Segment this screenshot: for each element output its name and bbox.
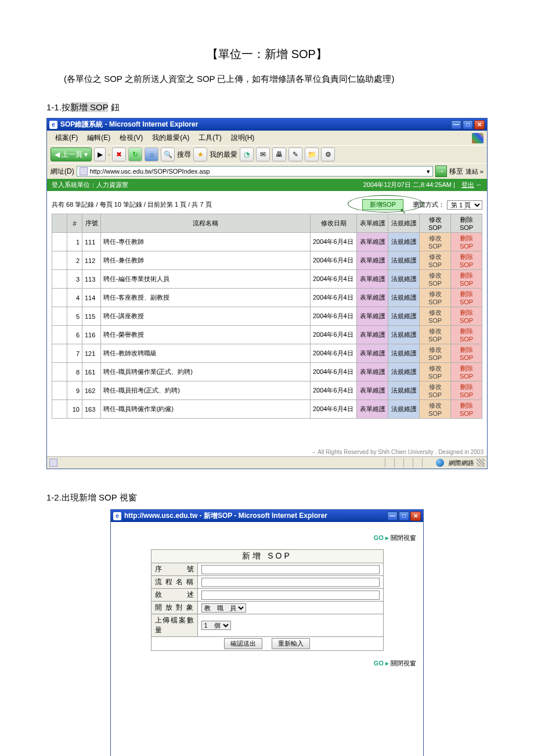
delete-sop-button[interactable]: 刪除SOP <box>451 326 482 344</box>
law-maint-button[interactable]: 法規維護 <box>388 400 420 419</box>
row-blank <box>52 363 67 381</box>
submit-button[interactable]: 確認送出 <box>224 638 262 649</box>
row-name: 聘任-職員招考(正式、約聘) <box>101 381 311 400</box>
law-maint-button[interactable]: 法規維護 <box>388 251 420 270</box>
label-target: 開 放 對 象 <box>151 602 197 614</box>
edit-sop-button[interactable]: 修改SOP <box>420 326 451 344</box>
delete-sop-button[interactable]: 刪除SOP <box>451 307 482 326</box>
links-label[interactable]: 連結 » <box>466 167 484 176</box>
back-button[interactable]: ◀ 上一頁 ▾ <box>50 147 92 161</box>
reset-button[interactable]: 重新輸入 <box>272 638 310 649</box>
edit-sop-button[interactable]: 修改SOP <box>420 270 451 289</box>
history-button[interactable]: ◔ <box>240 147 254 161</box>
print-button[interactable]: 🖶 <box>272 147 286 161</box>
edit-sop-button[interactable]: 修改SOP <box>420 400 451 419</box>
law-maint-button[interactable]: 法規維護 <box>388 344 420 363</box>
maximize-button[interactable]: □ <box>399 512 409 521</box>
table-row: 4114聘任-客座教授、副教授2004年6月4日表單維護法規維護修改SOP刪除S… <box>52 289 482 307</box>
address-input[interactable]: http://www.usc.edu.tw/SOP/SOPIndex.asp ▾ <box>77 166 433 177</box>
home-button[interactable]: ⌂ <box>145 147 158 161</box>
select-upload-count[interactable]: 1 個 <box>201 621 231 630</box>
delete-sop-button[interactable]: 刪除SOP <box>451 251 482 270</box>
stop-button[interactable]: ✖ <box>112 147 126 161</box>
logout-link[interactable]: 登出 <box>461 181 474 188</box>
form-maint-button[interactable]: 表單維護 <box>357 363 388 381</box>
law-maint-button[interactable]: 法規維護 <box>388 270 420 289</box>
menu-help[interactable]: 說明(H) <box>226 132 259 144</box>
row-index: 5 <box>67 307 82 326</box>
edit-sop-button[interactable]: 修改SOP <box>420 344 451 363</box>
page-select[interactable]: 第 1 頁 <box>447 200 482 210</box>
delete-sop-button[interactable]: 刪除SOP <box>451 270 482 289</box>
input-name[interactable] <box>201 578 380 587</box>
edit-sop-button[interactable]: 修改SOP <box>420 233 451 251</box>
delete-sop-button[interactable]: 刪除SOP <box>451 289 482 307</box>
form-maint-button[interactable]: 表單維護 <box>357 400 388 419</box>
row-name: 聘任-客座教授、副教授 <box>101 289 311 307</box>
menubar: 檔案(F) 編輯(E) 檢視(V) 我的最愛(A) 工具(T) 說明(H) <box>47 131 487 145</box>
maximize-button[interactable]: □ <box>463 120 473 129</box>
forward-button[interactable]: ▶ <box>94 147 106 161</box>
close-button[interactable]: ✕ <box>474 120 485 129</box>
search-button[interactable]: 🔍 <box>161 147 175 161</box>
resize-grabber[interactable] <box>477 459 485 467</box>
delete-sop-button[interactable]: 刪除SOP <box>451 400 482 419</box>
folder-button[interactable]: 📁 <box>305 147 319 161</box>
row-date: 2004年6月4日 <box>311 400 357 419</box>
law-maint-button[interactable]: 法規維護 <box>388 381 420 400</box>
menu-view[interactable]: 檢視(V) <box>115 132 147 144</box>
menu-favorites[interactable]: 我的最愛(A) <box>147 132 194 144</box>
address-label: 網址(D) <box>50 167 74 177</box>
dropdown-icon[interactable]: ▾ <box>427 168 430 175</box>
close-window-link[interactable]: 關閉視窗 <box>391 660 416 667</box>
form-maint-button[interactable]: 表單維護 <box>357 251 388 270</box>
row-seq: 121 <box>82 344 101 363</box>
form-maint-button[interactable]: 表單維護 <box>357 289 388 307</box>
law-maint-button[interactable]: 法規維護 <box>388 307 420 326</box>
form-maint-button[interactable]: 表單維護 <box>357 307 388 326</box>
favorites-button[interactable]: ★ <box>193 147 207 161</box>
popup-titlebar[interactable]: e http://www.usc.edu.tw - 新增SOP - Micros… <box>111 510 423 522</box>
menu-edit[interactable]: 編輯(E) <box>82 132 115 144</box>
minimize-button[interactable]: — <box>451 120 461 129</box>
input-desc[interactable] <box>201 591 380 600</box>
minimize-button[interactable]: — <box>387 512 398 521</box>
edit-sop-button[interactable]: 修改SOP <box>420 251 451 270</box>
refresh-button[interactable]: ↻ <box>128 147 142 161</box>
law-maint-button[interactable]: 法規維護 <box>388 363 420 381</box>
mail-button[interactable]: ✉ <box>256 147 270 161</box>
input-seq[interactable] <box>201 565 380 574</box>
row-seq: 115 <box>82 307 101 326</box>
delete-sop-button[interactable]: 刪除SOP <box>451 381 482 400</box>
add-sop-button[interactable]: 新增SOP ↖ <box>362 199 403 210</box>
edit-sop-button[interactable]: 修改SOP <box>420 381 451 400</box>
form-maint-button[interactable]: 表單維護 <box>357 270 388 289</box>
go-icon: GO ▸ <box>374 660 389 667</box>
edit-button[interactable]: ✎ <box>288 147 302 161</box>
menu-file[interactable]: 檔案(F) <box>50 132 82 144</box>
form-maint-button[interactable]: 表單維護 <box>357 233 388 251</box>
menu-tools[interactable]: 工具(T) <box>194 132 226 144</box>
form-maint-button[interactable]: 表單維護 <box>357 381 388 400</box>
select-target[interactable]: 教 職 員 <box>201 603 246 613</box>
form-maint-button[interactable]: 表單維護 <box>357 326 388 344</box>
row-date: 2004年6月4日 <box>311 326 357 344</box>
row-blank <box>52 251 67 270</box>
law-maint-button[interactable]: 法規維護 <box>388 326 420 344</box>
edit-sop-button[interactable]: 修改SOP <box>420 307 451 326</box>
form-maint-button[interactable]: 表單維護 <box>357 344 388 363</box>
titlebar[interactable]: e SOP維護系統 - Microsoft Internet Explorer … <box>47 118 487 131</box>
ie-window-popup: e http://www.usc.edu.tw - 新增SOP - Micros… <box>110 509 424 756</box>
search-label: 搜尋 <box>177 150 191 160</box>
delete-sop-button[interactable]: 刪除SOP <box>451 233 482 251</box>
edit-sop-button[interactable]: 修改SOP <box>420 363 451 381</box>
law-maint-button[interactable]: 法規維護 <box>388 289 420 307</box>
close-button[interactable]: ✕ <box>410 512 421 521</box>
close-window-link[interactable]: 關閉視窗 <box>391 534 416 541</box>
edit-sop-button[interactable]: 修改SOP <box>420 289 451 307</box>
go-button[interactable]: → <box>435 165 447 177</box>
delete-sop-button[interactable]: 刪除SOP <box>451 363 482 381</box>
research-button[interactable]: ⚙ <box>321 147 335 161</box>
law-maint-button[interactable]: 法規維護 <box>388 233 420 251</box>
delete-sop-button[interactable]: 刪除SOP <box>451 344 482 363</box>
